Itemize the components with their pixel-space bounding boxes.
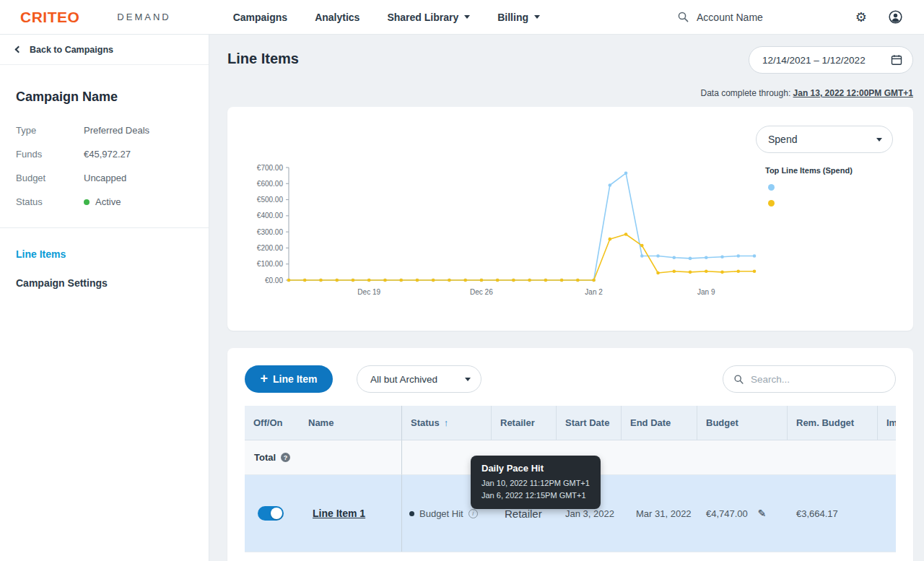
help-icon[interactable] — [281, 453, 290, 462]
svg-text:€500.00: €500.00 — [257, 196, 284, 204]
col-header-label: Budget — [706, 417, 738, 428]
main-content: Line Items 12/14/2021 – 1/12/2022 Data c… — [209, 35, 924, 561]
col-header-label: Off/On — [253, 417, 282, 428]
tooltip-line: Jan 6, 2022 12:15PM GMT+1 — [481, 490, 590, 502]
nav-campaigns[interactable]: Campaigns — [233, 12, 287, 23]
search-icon[interactable] — [677, 11, 689, 23]
line-item-name-link[interactable]: Line Item 1 — [300, 508, 365, 519]
data-complete-prefix: Data complete through: — [700, 88, 793, 98]
col-header-label: Start Date — [565, 417, 609, 428]
product-name: DEMAND — [117, 12, 170, 22]
edit-budget-icon[interactable] — [758, 508, 767, 519]
col-header-label: Name — [308, 417, 334, 428]
status-filter-value: All but Archived — [370, 374, 437, 385]
tooltip-title: Daily Pace Hit — [481, 463, 590, 474]
top-nav: CRITEO DEMAND Campaigns Analytics Shared… — [0, 0, 924, 35]
nav-billing[interactable]: Billing — [497, 12, 540, 23]
sidebar-links: Line Items Campaign Settings — [16, 228, 193, 289]
svg-text:€200.00: €200.00 — [257, 244, 284, 252]
col-header-name[interactable]: Name — [300, 406, 402, 440]
col-header-label: Im — [886, 417, 896, 428]
legend-dot-series-2[interactable] — [768, 200, 775, 206]
rem-budget-value: €3,664.17 — [796, 508, 838, 519]
legend-title: Top Line Items (Spend) — [765, 166, 853, 175]
legend-dot-series-1[interactable] — [768, 184, 775, 191]
svg-text:€300.00: €300.00 — [257, 228, 284, 236]
campaign-field-funds: Funds €45,972.27 — [16, 149, 193, 160]
campaign-field-type: Type Preferred Deals — [16, 125, 193, 136]
svg-text:€400.00: €400.00 — [257, 212, 284, 219]
field-value: Preferred Deals — [84, 125, 149, 136]
start-date-value: Jan 3, 2022 — [565, 508, 614, 519]
status-value: Active — [84, 196, 121, 207]
back-label: Back to Campaigns — [30, 45, 113, 55]
status-filter-select[interactable]: All but Archived — [357, 365, 481, 393]
off-on-cell — [245, 475, 300, 552]
add-line-item-button[interactable]: + Line Item — [245, 365, 333, 393]
tooltip-line: Jan 10, 2022 11:12PM GMT+1 — [481, 477, 590, 490]
end-date-cell: Mar 31, 2022 — [622, 475, 697, 552]
chevron-down-icon — [534, 15, 540, 19]
sidebar-item-campaign-settings[interactable]: Campaign Settings — [16, 277, 193, 289]
chart-card: Spend €0.00€100.00€200.00€300.00€400.00€… — [227, 107, 913, 331]
line-items-card: + Line Item All but Archived Off/On Name… — [227, 348, 913, 561]
account-name[interactable]: Account Name — [697, 12, 763, 23]
nav-billing-label: Billing — [497, 12, 528, 23]
campaign-name: Campaign Name — [16, 90, 193, 105]
col-header-rem-budget[interactable]: Rem. Budget — [788, 406, 878, 440]
nav-shared-library-label: Shared Library — [387, 12, 458, 23]
search-icon — [733, 374, 744, 385]
field-label: Funds — [16, 149, 84, 160]
search-box — [723, 365, 896, 393]
sidebar: Back to Campaigns Campaign Name Type Pre… — [0, 35, 209, 561]
col-header-start-date[interactable]: Start Date — [557, 406, 622, 440]
field-value: €45,972.27 — [84, 149, 131, 160]
criteo-logo[interactable]: CRITEO — [20, 9, 79, 26]
date-range-picker[interactable]: 12/14/2021 – 1/12/2022 — [749, 46, 913, 74]
calendar-icon — [891, 54, 902, 66]
col-header-budget[interactable]: Budget — [697, 406, 788, 440]
metric-select[interactable]: Spend — [756, 126, 893, 153]
nav-campaigns-label: Campaigns — [233, 12, 287, 23]
add-line-item-label: Line Item — [273, 373, 317, 385]
plus-icon: + — [261, 371, 269, 386]
metric-select-value: Spend — [768, 134, 797, 145]
main-nav: Campaigns Analytics Shared Library Billi… — [233, 12, 540, 23]
info-icon[interactable] — [468, 509, 478, 518]
line-item-toggle-on[interactable] — [258, 506, 284, 521]
svg-text:Jan 9: Jan 9 — [697, 288, 715, 296]
chevron-left-icon — [15, 46, 22, 53]
svg-text:Jan 2: Jan 2 — [585, 288, 603, 296]
back-to-campaigns-link[interactable]: Back to Campaigns — [0, 35, 209, 65]
active-status-dot — [84, 199, 90, 205]
rem-budget-cell: €3,664.17 — [788, 475, 878, 552]
total-label-cell: Total — [245, 440, 402, 475]
field-value: Uncapped — [84, 173, 126, 183]
profile-icon[interactable] — [889, 10, 902, 24]
data-complete-link[interactable]: Jan 13, 2022 12:00PM GMT+1 — [793, 88, 913, 98]
col-header-retailer[interactable]: Retailer — [492, 406, 557, 440]
sidebar-item-line-items[interactable]: Line Items — [16, 248, 193, 260]
chevron-down-icon — [465, 378, 471, 381]
nav-shared-library[interactable]: Shared Library — [387, 12, 470, 23]
gear-icon[interactable] — [855, 9, 867, 25]
col-header-impressions[interactable]: Im — [878, 406, 896, 440]
campaign-field-status: Status Active — [16, 196, 193, 207]
col-header-label: Rem. Budget — [796, 417, 854, 428]
col-header-label: End Date — [630, 417, 671, 428]
nav-analytics[interactable]: Analytics — [315, 12, 359, 23]
budget-value: €4,747.00 — [706, 508, 748, 519]
col-header-end-date[interactable]: End Date — [622, 406, 697, 440]
search-input[interactable] — [751, 374, 881, 385]
svg-text:€600.00: €600.00 — [257, 180, 284, 188]
name-cell: Line Item 1 — [300, 475, 402, 552]
chevron-down-icon — [464, 15, 470, 19]
retailer-label: Retailer — [505, 508, 542, 520]
col-header-off-on[interactable]: Off/On — [245, 406, 300, 440]
impressions-cell — [878, 475, 896, 552]
chart-legend: Top Line Items (Spend) — [765, 166, 853, 206]
data-complete-note: Data complete through: Jan 13, 2022 12:0… — [700, 88, 913, 98]
col-header-status[interactable]: Status — [402, 406, 492, 440]
svg-text:Dec 19: Dec 19 — [357, 288, 380, 296]
total-label: Total — [254, 452, 276, 463]
